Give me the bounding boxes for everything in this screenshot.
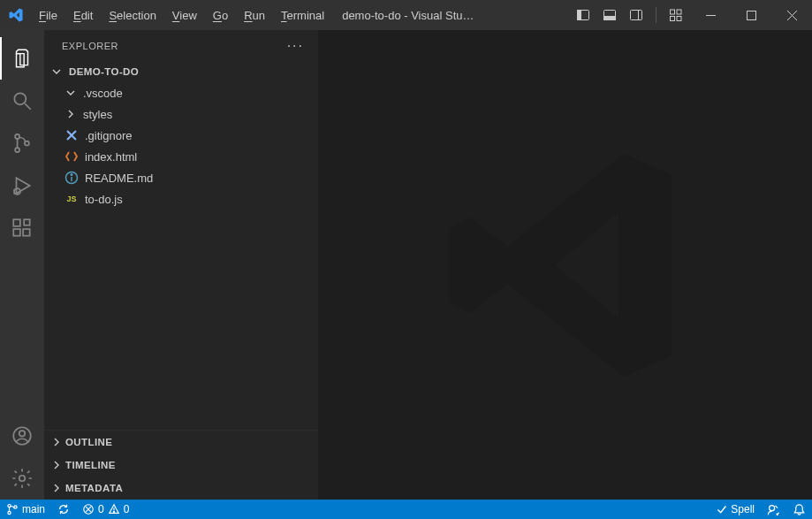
sidebar-panels: OUTLINE TIMELINE METADATA — [44, 430, 318, 500]
vscode-watermark-icon — [433, 133, 698, 398]
vscode-logo-icon — [0, 7, 32, 23]
panel-outline[interactable]: OUTLINE — [44, 431, 318, 454]
svg-point-17 — [15, 148, 19, 152]
folder-label: .vscode — [83, 87, 123, 100]
folder-styles[interactable]: styles — [44, 103, 318, 125]
svg-point-33 — [71, 174, 72, 176]
file-explorer-tree: DEMO-TO-DO .vscode styles .gitignore ind… — [44, 61, 318, 430]
svg-point-34 — [8, 504, 11, 507]
file-label: index.html — [85, 150, 137, 164]
spell-label: Spell — [731, 503, 755, 515]
menu-file[interactable]: File — [32, 5, 65, 26]
svg-line-15 — [25, 103, 31, 110]
svg-point-18 — [25, 141, 29, 146]
svg-rect-1 — [578, 11, 581, 20]
maximize-button[interactable] — [731, 0, 771, 30]
menu-edit[interactable]: Edit — [66, 5, 100, 26]
file-label: to-do.js — [85, 193, 123, 206]
branch-name: main — [22, 503, 45, 515]
svg-rect-6 — [671, 10, 675, 14]
file-index-html[interactable]: index.html — [44, 146, 318, 167]
explorer-icon[interactable] — [0, 37, 44, 80]
project-root[interactable]: DEMO-TO-DO — [44, 61, 318, 82]
sidebar-header: EXPLORER ··· — [44, 30, 318, 61]
menu-go[interactable]: Go — [206, 5, 235, 26]
svg-rect-3 — [604, 17, 616, 20]
layout-controls — [576, 7, 690, 23]
svg-rect-22 — [13, 219, 20, 226]
close-button[interactable] — [771, 0, 812, 30]
feedback-icon[interactable] — [761, 500, 786, 519]
folder-label: styles — [83, 108, 112, 121]
toggle-primary-sidebar-icon[interactable] — [576, 8, 590, 22]
svg-point-27 — [19, 431, 26, 437]
svg-rect-25 — [24, 219, 29, 225]
titlebar: File Edit Selection View Go Run Terminal… — [0, 0, 812, 30]
panel-label: METADATA — [65, 483, 123, 493]
chevron-down-icon — [49, 66, 64, 77]
customize-layout-icon[interactable] — [669, 8, 683, 22]
svg-point-28 — [19, 476, 26, 482]
svg-rect-23 — [13, 229, 20, 236]
spell-indicator[interactable]: Spell — [710, 500, 761, 519]
folder-vscode[interactable]: .vscode — [44, 82, 318, 103]
menu-terminal[interactable]: Terminal — [274, 5, 331, 26]
file-label: README.md — [85, 172, 153, 185]
accounts-icon[interactable] — [0, 415, 44, 457]
window-controls — [690, 0, 812, 30]
panel-metadata[interactable]: METADATA — [44, 477, 318, 500]
menu-selection[interactable]: Selection — [102, 5, 163, 26]
svg-point-16 — [15, 134, 19, 139]
panel-label: TIMELINE — [65, 460, 116, 470]
minimize-button[interactable] — [690, 0, 731, 30]
svg-rect-24 — [23, 229, 30, 236]
run-debug-icon[interactable] — [0, 164, 44, 207]
branch-indicator[interactable]: main — [0, 500, 51, 519]
file-gitignore[interactable]: .gitignore — [44, 125, 318, 146]
settings-gear-icon[interactable] — [0, 457, 44, 500]
chevron-right-icon — [51, 437, 62, 447]
menu-run[interactable]: Run — [237, 5, 272, 26]
source-control-icon[interactable] — [0, 122, 44, 164]
svg-point-42 — [770, 505, 775, 510]
workbench-body: EXPLORER ··· DEMO-TO-DO .vscode styles .… — [0, 30, 812, 500]
sidebar: EXPLORER ··· DEMO-TO-DO .vscode styles .… — [44, 30, 318, 500]
file-label: .gitignore — [85, 129, 132, 142]
svg-point-14 — [14, 93, 26, 104]
notifications-icon[interactable] — [786, 500, 812, 519]
search-icon[interactable] — [0, 80, 44, 122]
file-todo-js[interactable]: JS to-do.js — [44, 188, 318, 210]
problems-indicator[interactable]: 0 0 — [76, 500, 135, 519]
svg-rect-11 — [747, 11, 755, 19]
chevron-right-icon — [51, 460, 62, 470]
chevron-right-icon — [51, 483, 62, 493]
status-bar: main 0 0 Spell — [0, 500, 812, 519]
toggle-panel-icon[interactable] — [603, 8, 617, 22]
project-name: DEMO-TO-DO — [69, 66, 139, 77]
svg-point-35 — [8, 511, 11, 514]
js-icon: JS — [64, 195, 80, 203]
svg-rect-7 — [677, 10, 681, 14]
toggle-secondary-sidebar-icon[interactable] — [629, 8, 643, 22]
extensions-icon[interactable] — [0, 207, 44, 249]
file-readme[interactable]: README.md — [44, 167, 318, 188]
editor-area — [318, 30, 812, 500]
info-icon — [64, 171, 80, 185]
chevron-right-icon — [64, 109, 78, 119]
separator — [656, 7, 656, 23]
panel-timeline[interactable]: TIMELINE — [44, 454, 318, 477]
sidebar-title: EXPLORER — [62, 41, 118, 51]
menu-view[interactable]: View — [165, 5, 204, 26]
chevron-down-icon — [64, 88, 78, 98]
svg-point-41 — [113, 511, 114, 512]
warning-count: 0 — [124, 503, 130, 515]
activity-bar — [0, 30, 44, 500]
error-count: 0 — [98, 503, 104, 515]
svg-rect-4 — [631, 11, 642, 20]
html-icon — [64, 149, 80, 164]
sync-button[interactable] — [51, 500, 76, 519]
sidebar-more-icon[interactable]: ··· — [287, 38, 304, 54]
svg-rect-9 — [677, 17, 681, 21]
menu-bar: File Edit Selection View Go Run Terminal — [32, 5, 331, 26]
window-title: demo-to-do - Visual Stu… — [342, 9, 474, 22]
